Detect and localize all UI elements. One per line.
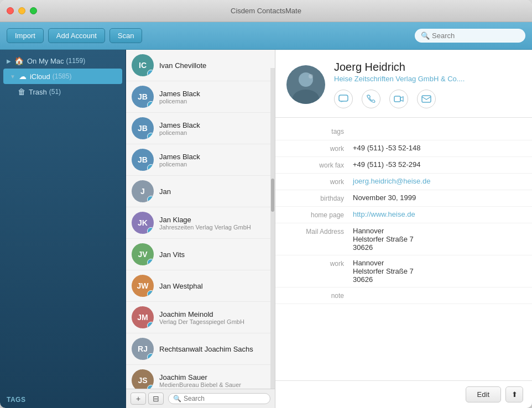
message-action-button[interactable] [334, 90, 353, 108]
sidebar-item-icloud[interactable]: ▼ ☁ iCloud (1585) [3, 69, 122, 84]
cloud-icon: ☁ [19, 72, 27, 81]
detail-panel: Joerg Heidrich Heise Zeitschriften Verla… [275, 50, 532, 408]
email-action-button[interactable] [417, 90, 436, 108]
sidebar: ▶ 🏠 On My Mac (1159) ▼ ☁ iCloud (1585) 🗑… [0, 50, 126, 408]
contact-name: Ivan Chevillote [159, 61, 269, 70]
contact-name: Jan Klage [159, 216, 269, 224]
detail-actions [334, 90, 521, 108]
avatar: JK ☁ [132, 212, 154, 234]
detail-row-tags: tags [275, 122, 532, 140]
contact-item[interactable]: JS ☁ Joachim Sauer MedienBureau Biebel &… [126, 365, 275, 389]
sidebar-label-trash: Trash [29, 88, 47, 96]
detail-row-birthday: birthday November 30, 1999 [275, 190, 532, 207]
contact-subtitle: policeman [159, 129, 269, 136]
scrollbar[interactable] [270, 68, 275, 389]
field-label-tags: tags [286, 127, 353, 135]
field-label-birthday: birthday [286, 193, 353, 202]
video-icon [394, 95, 404, 103]
avatar: JW ☁ [132, 275, 154, 297]
svg-rect-8 [394, 96, 400, 102]
message-icon [338, 95, 348, 103]
contact-item[interactable]: JB ☁ James Black policeman [126, 113, 275, 144]
contact-item[interactable]: JB ☁ James Black policeman [126, 144, 275, 176]
detail-row-work-fax: work fax +49 (511) -53 52-294 [275, 157, 532, 174]
contact-item[interactable]: JV ☁ Jan Vits [126, 239, 275, 270]
field-label-homepage: home page [286, 210, 353, 219]
detail-row-mail-address: Mail Address Hannover Helstorfer Straße … [275, 223, 532, 255]
cloud-badge-icon: ☁ [147, 196, 154, 202]
tags-section-label: Tags [0, 391, 126, 408]
filter-button[interactable]: ⊟ [148, 393, 164, 405]
email-icon [421, 95, 431, 103]
main-area: ▶ 🏠 On My Mac (1159) ▼ ☁ iCloud (1585) 🗑… [0, 50, 532, 408]
close-button[interactable] [7, 7, 14, 14]
cloud-badge-icon: ☁ [147, 385, 154, 389]
edit-button[interactable]: Edit [466, 386, 501, 402]
field-label-work-phone: work [286, 144, 353, 153]
field-value-work-phone: +49 (511) -53 52-148 [353, 144, 521, 152]
add-contact-button[interactable]: + [131, 393, 146, 405]
toolbar-search-box: 🔍 [415, 29, 525, 43]
search-input[interactable] [432, 32, 519, 40]
contact-item[interactable]: JK ☁ Jan Klage Jahreszeiten Verlag Verla… [126, 207, 275, 239]
contact-name: James Black [159, 90, 269, 98]
cloud-badge-icon: ☁ [147, 259, 154, 265]
phone-action-button[interactable] [362, 90, 380, 108]
list-search-box: 🔍 [168, 393, 270, 404]
contact-name: Joachim Meinold [159, 310, 269, 318]
detail-avatar [286, 65, 325, 104]
field-value-mail-address: Hannover Helstorfer Straße 7 30626 [353, 227, 521, 252]
list-search-input[interactable] [184, 395, 265, 402]
sidebar-label-icloud: iCloud [30, 72, 50, 81]
avatar: JV ☁ [132, 243, 154, 265]
field-label-mail-address: Mail Address [286, 227, 353, 236]
add-account-button[interactable]: Add Account [48, 28, 105, 43]
avatar: J ☁ [132, 180, 154, 202]
contact-name: Jan [159, 187, 269, 196]
detail-footer: Edit ⬆ [275, 380, 532, 408]
import-button[interactable]: Import [7, 28, 44, 43]
contact-item[interactable]: JB ☁ James Black policeman [126, 81, 275, 113]
share-button[interactable]: ⬆ [505, 386, 523, 402]
contact-subtitle: policeman [159, 98, 269, 104]
maximize-button[interactable] [30, 7, 37, 14]
cloud-badge-icon: ☁ [147, 164, 154, 171]
detail-row-note: note [275, 287, 532, 304]
detail-fields: tags work +49 (511) -53 52-148 work fax … [275, 118, 532, 380]
cloud-badge-icon: ☁ [147, 290, 154, 297]
contact-list-footer: + ⊟ 🔍 [126, 389, 275, 408]
plus-icon: + [136, 394, 140, 403]
sidebar-item-on-my-mac[interactable]: ▶ 🏠 On My Mac (1159) [0, 53, 126, 69]
contact-name: Jan Westphal [159, 282, 269, 290]
contact-item[interactable]: JW ☁ Jan Westphal [126, 270, 275, 302]
field-label-note: note [286, 291, 353, 300]
contact-name: Rechtsanwalt Joachim Sachs [159, 345, 269, 353]
contact-subtitle: MedienBureau Biebel & Sauer [159, 381, 269, 388]
toolbar: Import Add Account Scan 🔍 [0, 22, 532, 50]
field-value-homepage[interactable]: http://www.heise.de [353, 210, 521, 218]
minimize-button[interactable] [18, 7, 25, 14]
contact-item[interactable]: J ☁ Jan [126, 176, 275, 207]
contact-name: Joachim Sauer [159, 373, 269, 381]
contact-list-scroll[interactable]: IC ☁ Ivan Chevillote JB ☁ James Black po… [126, 50, 275, 389]
contact-item[interactable]: JM ☁ Joachim Meinold Verlag Der Tagesspi… [126, 302, 275, 333]
scrollbar-thumb[interactable] [271, 179, 274, 212]
detail-contact-name: Joerg Heidrich [334, 61, 521, 74]
svg-rect-9 [422, 96, 431, 102]
field-value-work-email[interactable]: joerg.heidrich@heise.de [353, 177, 521, 185]
chevron-down-icon: ▼ [10, 74, 15, 80]
phone-icon [367, 95, 375, 103]
avatar: JB ☁ [132, 86, 154, 108]
video-action-button[interactable] [389, 90, 408, 108]
search-icon: 🔍 [173, 395, 181, 402]
detail-row-work-address: work Hannover Helstorfer Straße 7 30626 [275, 255, 532, 287]
sidebar-item-trash[interactable]: 🗑 Trash (51) [0, 84, 126, 100]
chevron-right-icon: ▶ [7, 58, 11, 64]
scan-button[interactable]: Scan [109, 28, 143, 43]
contact-item[interactable]: IC ☁ Ivan Chevillote [126, 50, 275, 81]
avatar: IC ☁ [132, 54, 154, 76]
field-value-work-fax: +49 (511) -53 52-294 [353, 160, 521, 169]
contact-item[interactable]: RJ ☁ Rechtsanwalt Joachim Sachs [126, 333, 275, 365]
detail-avatar-photo [286, 65, 325, 104]
field-label-work-address: work [286, 259, 353, 268]
